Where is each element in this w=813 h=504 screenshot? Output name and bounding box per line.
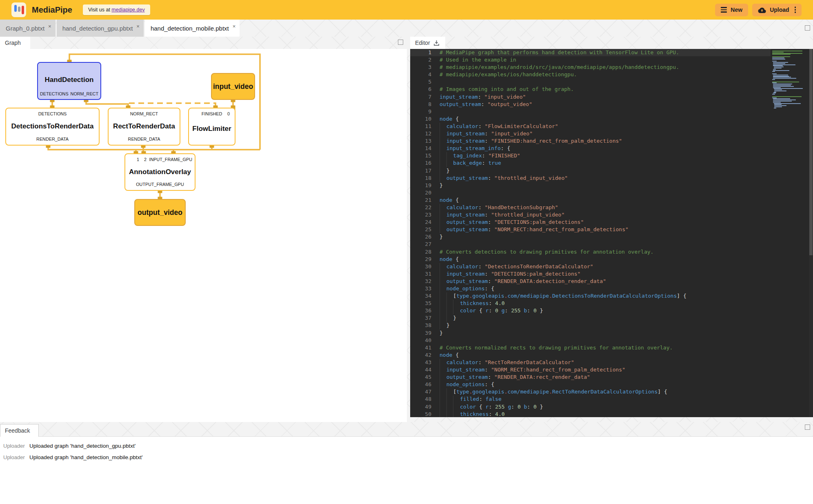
node-title: output_video	[138, 208, 182, 217]
node-title: RectToRenderData	[109, 122, 180, 130]
app-title: MediaPipe	[32, 5, 72, 15]
graph-node-recttorenderdata[interactable]: NORM_RECT RectToRenderData RENDER_DATA	[108, 108, 180, 146]
feedback-expand-icon[interactable]	[805, 424, 810, 430]
more-options-icon[interactable]	[795, 7, 796, 13]
editor-tab-label: Editor	[415, 40, 430, 46]
code-line: 34 [type.googleapis.com/mediapipe.Detect…	[410, 292, 771, 300]
feedback-source: Uploader	[0, 454, 29, 460]
out-port-label: OUTPUT_FRAME_GPU	[136, 182, 184, 187]
feedback-panel: Feedback UploaderUploaded graph 'hand_de…	[0, 422, 813, 504]
code-line: 16 back_edge: true	[410, 159, 771, 167]
code-line: 27	[410, 241, 771, 248]
code-line: 30 calculator: "DetectionsToRenderDataCa…	[410, 263, 771, 270]
code-line: 42node {	[410, 351, 771, 359]
code-line: 39}	[410, 329, 771, 337]
tab-editor[interactable]: Editor	[410, 37, 445, 49]
code-editor[interactable]: 1# MediaPipe graph that performs hand de…	[410, 49, 771, 417]
graph-node-annotationoverlay[interactable]: 1 2 INPUT_FRAME_GPU AnnotationOverlay OU…	[124, 153, 195, 191]
code-line: 5	[410, 78, 771, 86]
graph-canvas[interactable]: HandDetection DETECTIONS NORM_RECT input…	[0, 49, 407, 422]
code-line: 38 }	[410, 322, 771, 329]
feedback-row: UploaderUploaded graph 'hand_detection_g…	[0, 440, 813, 451]
file-tab-label: Graph_0.pbtxt	[6, 25, 44, 32]
graph-node-output-video[interactable]: output_video	[134, 199, 186, 226]
code-line: 19}	[410, 182, 771, 189]
feedback-messages: UploaderUploaded graph 'hand_detection_g…	[0, 440, 813, 463]
mediapipe-visualizer: { "app": { "name": "MediaPipe", "visit_p…	[0, 0, 813, 504]
node-title: FlowLimiter	[189, 125, 235, 133]
feedback-tab-label: Feedback	[5, 427, 30, 434]
file-tab-label: hand_detection_gpu.pbtxt	[62, 25, 133, 32]
code-line: 13 input_stream: "FINISHED:hand_rect_fro…	[410, 137, 771, 145]
upload-button-label: Upload	[770, 7, 789, 13]
graph-node-handdetection[interactable]: HandDetection DETECTIONS NORM_RECT	[37, 62, 101, 100]
download-icon[interactable]	[433, 40, 440, 46]
code-line: 12 input_stream: "input_video"	[410, 130, 771, 137]
in-port-label: FINISHED	[202, 111, 222, 116]
code-line: 18 output_stream: "throttled_input_video…	[410, 175, 771, 182]
node-title: DetectionsToRenderData	[6, 122, 99, 130]
editor-minimap[interactable]	[772, 51, 807, 109]
editor-panel: 1# MediaPipe graph that performs hand de…	[410, 49, 813, 417]
code-line: 32 output_stream: "RENDER_DATA:detection…	[410, 278, 771, 285]
tab-graph[interactable]: Graph	[0, 37, 30, 49]
out-port-label: RENDER_DATA	[128, 137, 160, 141]
mediapipe-dev-link[interactable]: mediapipe.dev	[111, 7, 144, 13]
editor-scrollbar-thumb[interactable]	[809, 49, 813, 255]
code-line: 31 input_stream: "DETECTIONS:palm_detect…	[410, 270, 771, 278]
in-port-label: NORM_RECT	[130, 111, 158, 116]
file-tab-hand_detection_mobile.pbtxt[interactable]: hand_detection_mobile.pbtxt×	[145, 20, 240, 37]
new-button[interactable]: New	[715, 4, 748, 16]
code-line: 17 }	[410, 167, 771, 175]
tab-feedback[interactable]: Feedback	[0, 424, 39, 437]
out-port-label: DETECTIONS	[40, 91, 69, 96]
editor-scrollbar	[809, 49, 813, 417]
code-line: 20	[410, 189, 771, 197]
in-port-label: 1	[137, 157, 139, 162]
code-line: 8output_stream: "output_video"	[410, 101, 771, 108]
in-port-label: 0	[227, 111, 230, 116]
code-line: 36 color { r: 0 g: 255 b: 0 }	[410, 307, 771, 314]
code-line: 37 }	[410, 314, 771, 322]
code-line: 24 output_stream: "DETECTIONS:palm_detec…	[410, 219, 771, 226]
close-tab-icon[interactable]: ×	[233, 23, 236, 29]
upload-button[interactable]: Upload	[752, 4, 802, 16]
app-bar: MediaPipe Visit us at mediapipe.dev New …	[0, 0, 813, 20]
code-line: 35 thickness: 4.0	[410, 300, 771, 307]
mediapipe-logo-icon	[11, 2, 26, 17]
node-title: AnnotationOverlay	[125, 168, 195, 176]
close-tab-icon[interactable]: ×	[136, 23, 140, 29]
editor-expand-icon[interactable]	[805, 25, 810, 31]
code-line: 7input_stream: "input_video"	[410, 93, 771, 101]
close-tab-icon[interactable]: ×	[48, 23, 51, 29]
visit-prefix: Visit us at	[88, 7, 111, 13]
code-line: 48 filled: false	[410, 396, 771, 403]
code-line: 28# Converts detections to drawing primi…	[410, 248, 771, 256]
code-line: 29node {	[410, 256, 771, 263]
graph-node-input-video[interactable]: input_video	[211, 73, 255, 100]
cloud-upload-icon	[758, 7, 766, 13]
code-line: 49 color { r: 255 g: 0 b: 0 }	[410, 403, 771, 411]
feedback-source: Uploader	[0, 443, 29, 449]
out-port-label: NORM_RECT	[71, 91, 98, 96]
graph-node-detectionstorenderdata[interactable]: DETECTIONS DetectionsToRenderData RENDER…	[5, 108, 100, 146]
in-port-label: 2	[144, 157, 147, 162]
in-port-label: DETECTIONS	[38, 111, 67, 116]
code-line: 50 thickness: 4.0	[410, 411, 771, 417]
graph-edges	[0, 49, 407, 422]
out-port-label: RENDER_DATA	[36, 137, 69, 141]
code-line: 26}	[410, 233, 771, 241]
code-line: 23 input_stream: "throttled_input_video"	[410, 211, 771, 219]
visit-chip: Visit us at mediapipe.dev	[83, 4, 150, 15]
code-line: 9	[410, 108, 771, 115]
graph-expand-icon[interactable]	[398, 40, 403, 45]
code-line: 21node {	[410, 197, 771, 204]
new-button-label: New	[731, 7, 742, 13]
code-line: 33 node_options: {	[410, 285, 771, 292]
file-tab-hand_detection_gpu.pbtxt[interactable]: hand_detection_gpu.pbtxt×	[57, 20, 144, 37]
feedback-strip	[0, 422, 813, 437]
graph-node-flowlimiter[interactable]: FINISHED 0 FlowLimiter	[188, 108, 235, 146]
code-line: 46 node_options: {	[410, 381, 771, 388]
file-tab-Graph_0.pbtxt[interactable]: Graph_0.pbtxt×	[0, 20, 56, 37]
code-line: 40	[410, 337, 771, 344]
